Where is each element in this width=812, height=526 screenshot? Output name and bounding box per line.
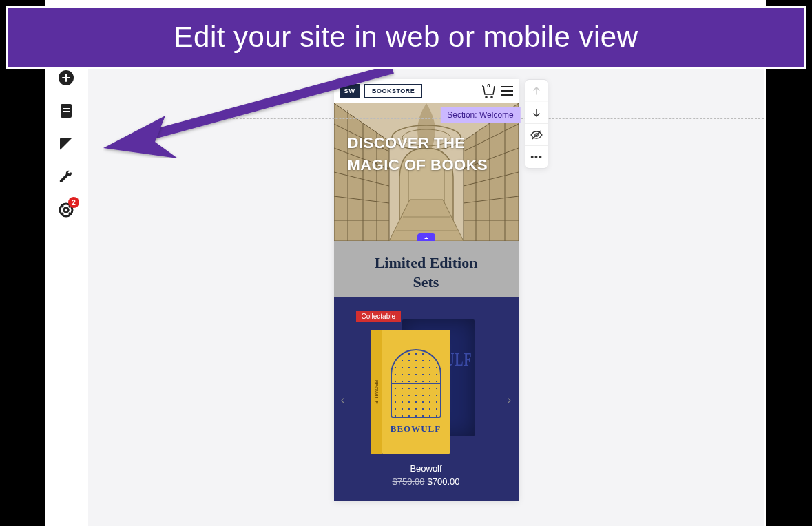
- product-badge: Collectable: [356, 311, 401, 322]
- section-tag[interactable]: Section: Welcome: [440, 107, 521, 123]
- mobile-preview: SW BOOKSTORE 0: [334, 79, 519, 501]
- current-price: $700.00: [428, 476, 460, 487]
- annotation-banner: Edit your site in web or mobile view: [6, 6, 806, 69]
- editor-sidebar: 2: [52, 69, 80, 219]
- book-front: BEOWULF: [382, 330, 450, 454]
- svg-rect-3: [63, 111, 70, 112]
- help-button[interactable]: 2: [57, 201, 75, 219]
- book-front-wrap: BEOWULF BEOWULF: [371, 330, 450, 454]
- limited-title: Limited Edition Sets: [334, 253, 519, 291]
- section-divider: [191, 262, 764, 262]
- old-price: $750.00: [393, 476, 425, 487]
- arrow-up-icon: [532, 86, 541, 96]
- preview-header: SW BOOKSTORE 0: [334, 79, 519, 103]
- site-logo[interactable]: SW: [340, 84, 361, 98]
- svg-rect-2: [63, 108, 70, 109]
- limited-title-line: Sets: [413, 273, 439, 291]
- book-front-title: BEOWULF: [391, 423, 441, 434]
- add-button[interactable]: [57, 69, 75, 87]
- wrench-icon: [59, 169, 74, 185]
- section-toolbar: •••: [525, 79, 548, 169]
- arrow-down-icon: [532, 108, 541, 118]
- notification-badge: 2: [68, 197, 79, 208]
- limited-title-line: Limited Edition: [375, 254, 478, 271]
- book-decoration: [391, 349, 441, 418]
- annotation-title: Edit your site in web or mobile view: [174, 21, 638, 54]
- settings-button[interactable]: [57, 168, 75, 186]
- product-image: BEOWULF BEOWULF BEOWULF: [345, 316, 508, 454]
- svg-point-6: [64, 208, 69, 213]
- plus-circle-icon: [58, 70, 74, 86]
- hamburger-button[interactable]: [501, 86, 513, 96]
- limited-section[interactable]: Limited Edition Sets: [334, 241, 519, 297]
- resize-arrows-icon: [422, 236, 430, 241]
- hamburger-line: [501, 90, 513, 92]
- hero-section[interactable]: DISCOVER THE MAGIC OF BOOKS: [334, 103, 519, 241]
- hamburger-line: [501, 86, 513, 87]
- section-resize-handle[interactable]: [417, 233, 435, 241]
- cart-count: 0: [487, 83, 490, 89]
- cart-button[interactable]: 0: [481, 84, 497, 98]
- page-icon: [59, 103, 73, 118]
- eye-off-icon: [530, 130, 543, 140]
- design-button[interactable]: [57, 135, 75, 153]
- move-up-button: [525, 80, 548, 102]
- pages-button[interactable]: [57, 102, 75, 120]
- hero-headline[interactable]: DISCOVER THE MAGIC OF BOOKS: [348, 132, 505, 176]
- ellipsis-icon: •••: [530, 151, 543, 162]
- contrast-icon: [59, 137, 73, 151]
- product-name: Beowolf: [345, 463, 508, 474]
- book-spine: BEOWULF: [371, 330, 382, 454]
- site-brand[interactable]: BOOKSTORE: [364, 84, 422, 98]
- product-card[interactable]: Collectable ‹ › BEOWULF BEOWULF BEOWULF …: [334, 297, 519, 501]
- editor-canvas[interactable]: Section: Welcome SW BOOKSTORE 0: [88, 69, 764, 526]
- hamburger-line: [501, 94, 513, 96]
- move-down-button[interactable]: [525, 102, 548, 124]
- more-options-button[interactable]: •••: [525, 146, 548, 168]
- hide-section-button[interactable]: [525, 124, 548, 146]
- product-price: $750.00$700.00: [345, 476, 508, 487]
